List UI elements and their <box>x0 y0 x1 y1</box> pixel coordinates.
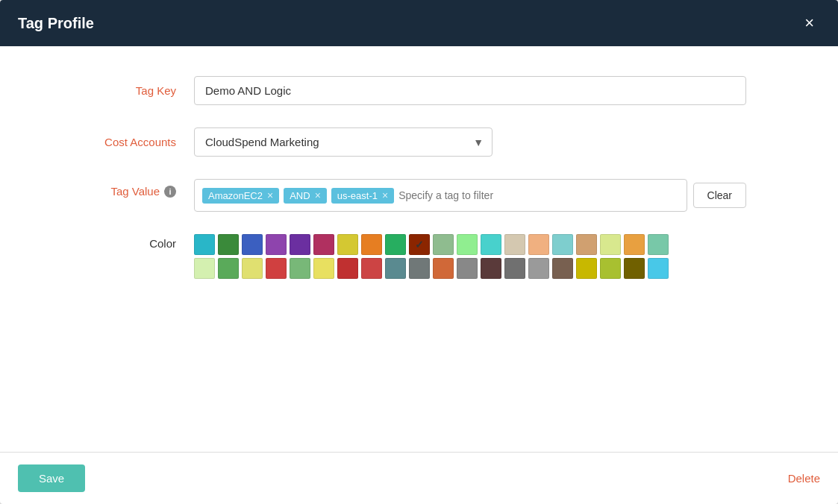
tag-profile-modal: Tag Profile × Tag Key Cost Accounts Clou… <box>0 0 838 504</box>
color-swatch[interactable] <box>218 234 239 255</box>
color-swatch[interactable] <box>648 234 669 255</box>
close-button[interactable]: × <box>798 12 820 34</box>
delete-button[interactable]: Delete <box>788 472 820 485</box>
color-swatch[interactable] <box>290 234 310 255</box>
cost-accounts-select[interactable]: CloudSpend Marketing All Accounts <box>194 127 493 157</box>
modal-footer: Save Delete <box>0 452 838 504</box>
color-swatch[interactable] <box>433 258 454 279</box>
color-label: Color <box>45 234 194 250</box>
color-swatch[interactable] <box>337 234 358 255</box>
tag-value-label-text: Tag Value <box>110 185 160 198</box>
color-swatch[interactable] <box>433 234 454 255</box>
color-swatch[interactable] <box>481 258 501 279</box>
color-swatch[interactable] <box>409 234 430 255</box>
color-row-1 <box>194 234 669 255</box>
cost-accounts-row: Cost Accounts CloudSpend Marketing All A… <box>45 127 793 157</box>
modal-title: Tag Profile <box>18 15 94 32</box>
color-swatch[interactable] <box>648 258 669 279</box>
color-swatch[interactable] <box>218 258 239 279</box>
color-swatch[interactable] <box>313 234 334 255</box>
color-swatch[interactable] <box>266 258 287 279</box>
color-row-2 <box>194 258 669 279</box>
color-swatch[interactable] <box>361 234 382 255</box>
color-swatch[interactable] <box>266 234 287 255</box>
tag-input-container: AmazonEC2 × AND × us-east-1 × Clear <box>194 179 746 212</box>
tag-chip-and-close[interactable]: × <box>315 190 321 201</box>
color-swatch[interactable] <box>385 234 406 255</box>
color-swatch[interactable] <box>504 258 525 279</box>
color-swatch[interactable] <box>528 258 549 279</box>
color-swatch[interactable] <box>576 234 597 255</box>
color-swatch[interactable] <box>290 258 310 279</box>
color-swatch[interactable] <box>337 258 358 279</box>
save-button[interactable]: Save <box>18 464 85 492</box>
color-grid <box>194 234 669 279</box>
color-swatch[interactable] <box>409 258 430 279</box>
tag-value-label-wrapper: Tag Value i <box>45 179 194 198</box>
color-swatch[interactable] <box>313 258 334 279</box>
tag-chip-and-text: AND <box>290 190 310 201</box>
cost-accounts-wrapper: CloudSpend Marketing All Accounts ▼ <box>194 127 493 157</box>
tag-filter-input[interactable] <box>398 189 678 201</box>
modal-body: Tag Key Cost Accounts CloudSpend Marketi… <box>0 46 838 452</box>
color-swatch[interactable] <box>600 258 621 279</box>
cost-accounts-label: Cost Accounts <box>45 136 194 148</box>
tag-chip-amazonec2: AmazonEC2 × <box>202 188 279 204</box>
color-swatch[interactable] <box>457 234 478 255</box>
color-swatch[interactable] <box>624 258 645 279</box>
tag-chip-useast1-text: us-east-1 <box>337 190 378 201</box>
modal-header: Tag Profile × <box>0 0 838 46</box>
color-swatch[interactable] <box>242 234 263 255</box>
color-swatch[interactable] <box>528 234 549 255</box>
color-swatch[interactable] <box>552 234 573 255</box>
tag-chip-amazonec2-text: AmazonEC2 <box>208 190 263 201</box>
clear-button[interactable]: Clear <box>693 183 746 208</box>
color-swatch[interactable] <box>361 258 382 279</box>
tag-key-row: Tag Key <box>45 76 793 105</box>
tag-key-label: Tag Key <box>45 84 194 97</box>
tag-chip-amazonec2-close[interactable]: × <box>267 190 273 201</box>
color-swatch[interactable] <box>385 258 406 279</box>
info-icon: i <box>164 186 176 198</box>
tag-chip-and: AND × <box>284 188 327 204</box>
tag-chip-useast1: us-east-1 × <box>331 188 394 204</box>
color-swatch[interactable] <box>624 234 645 255</box>
color-swatch[interactable] <box>576 258 597 279</box>
tag-chips-wrapper[interactable]: AmazonEC2 × AND × us-east-1 × <box>194 179 687 212</box>
color-swatch[interactable] <box>457 258 478 279</box>
color-swatch[interactable] <box>194 234 215 255</box>
tag-chip-useast1-close[interactable]: × <box>382 190 388 201</box>
color-swatch[interactable] <box>552 258 573 279</box>
color-swatch[interactable] <box>481 234 501 255</box>
color-swatch[interactable] <box>504 234 525 255</box>
tag-key-input[interactable] <box>194 76 746 105</box>
tag-value-row: Tag Value i AmazonEC2 × AND × us-east-1 … <box>45 179 793 212</box>
color-swatch[interactable] <box>194 258 215 279</box>
color-swatch[interactable] <box>242 258 263 279</box>
color-swatch[interactable] <box>600 234 621 255</box>
color-row: Color <box>45 234 793 279</box>
